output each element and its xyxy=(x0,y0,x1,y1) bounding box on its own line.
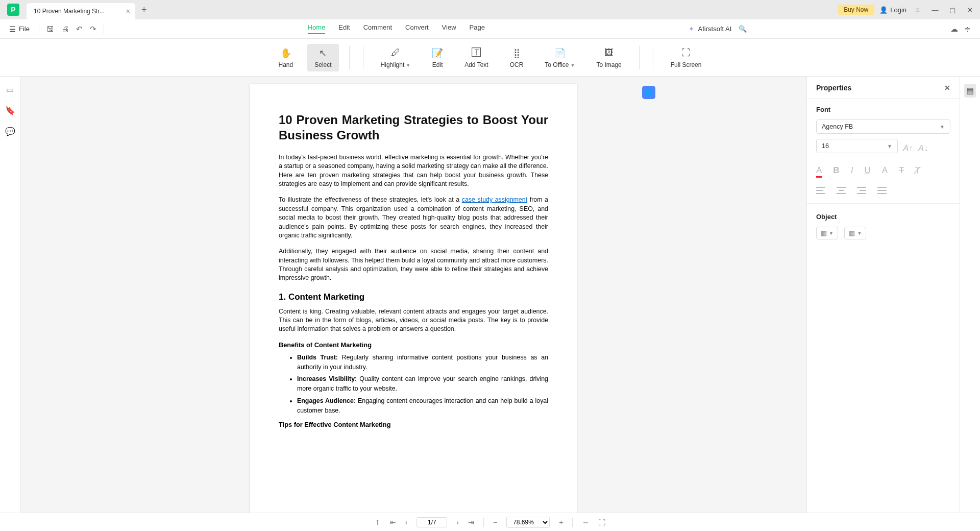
status-bar: ⤒ ⇤ ‹ › ⇥ − 78.69% + ↔ ⛶ xyxy=(0,513,980,531)
ribbon-add-text[interactable]: 🅃Add Text xyxy=(457,44,495,71)
pdf-page: 10 Proven Marketing Strategies to Boost … xyxy=(250,84,577,513)
properties-panel: Properties ✕ Font Agency FB ▼ 16 ▼ A↑ A↓… xyxy=(806,77,960,513)
search-icon[interactable]: 🔍 xyxy=(739,25,747,33)
list-item: Builds Trust: Regularly sharing informat… xyxy=(297,353,548,372)
properties-title: Properties xyxy=(816,84,851,92)
tab-comment[interactable]: Comment xyxy=(363,23,392,34)
ribbon-edit[interactable]: 📝Edit xyxy=(425,44,450,71)
title-bar: P 10 Proven Marketing Str... × + Buy Now… xyxy=(0,0,980,19)
send-backward-button[interactable]: ▦ ▼ xyxy=(844,227,866,239)
document-viewport[interactable]: 🌐 10 Proven Marketing Strategies to Boos… xyxy=(20,77,806,513)
app-logo: P xyxy=(7,4,19,16)
maximize-icon[interactable]: ▢ xyxy=(946,6,959,14)
link-case-study[interactable]: case study assignment xyxy=(462,196,527,203)
chevron-down-icon: ▼ xyxy=(887,143,892,149)
superscript-icon[interactable]: A↑ xyxy=(903,143,913,154)
doc-title: 10 Proven Marketing Strategies to Boost … xyxy=(279,112,548,143)
align-justify-icon[interactable] xyxy=(877,187,887,194)
font-size-select[interactable]: 16 ▼ xyxy=(816,139,898,153)
prev-page-icon[interactable]: ‹ xyxy=(405,518,408,526)
bold-icon[interactable]: B xyxy=(833,165,839,178)
underline-icon[interactable]: U xyxy=(864,165,870,178)
font-section-label: Font xyxy=(816,106,950,113)
print-icon[interactable]: 🖨 xyxy=(61,25,69,34)
first-page-icon[interactable]: ⤒ xyxy=(375,518,381,526)
subheading-tips: Tips for Effective Content Marketing xyxy=(279,421,548,428)
first-page-alt-icon[interactable]: ⇤ xyxy=(390,518,396,526)
tab-page[interactable]: Page xyxy=(470,23,485,34)
translate-badge[interactable]: 🌐 xyxy=(642,86,655,99)
tab-view[interactable]: View xyxy=(442,23,456,34)
cloud-icon[interactable]: ☁ xyxy=(950,25,958,34)
document-tab[interactable]: 10 Proven Marketing Str... × xyxy=(27,3,135,19)
close-window-icon[interactable]: ✕ xyxy=(964,6,976,14)
file-menu[interactable]: ☰ File xyxy=(9,25,30,33)
collapse-ribbon-icon[interactable]: ≑ xyxy=(964,25,971,34)
tab-home[interactable]: Home xyxy=(308,23,326,34)
paragraph: In today's fast-paced business world, ef… xyxy=(279,153,548,188)
align-center-icon[interactable] xyxy=(837,187,846,194)
tab-convert[interactable]: Convert xyxy=(405,23,429,34)
bring-forward-button[interactable]: ▦ ▼ xyxy=(816,227,838,239)
clear-format-icon[interactable]: T̸ xyxy=(915,165,920,178)
align-right-icon[interactable] xyxy=(857,187,866,194)
login-button[interactable]: 👤 Login xyxy=(879,6,906,14)
menu-icon: ☰ xyxy=(9,25,16,33)
undo-icon[interactable]: ↶ xyxy=(76,25,83,34)
hand-icon: ✋ xyxy=(280,47,291,59)
ribbon: ✋Hand↖Select🖊Highlight▼📝Edit🅃Add Text⣿OC… xyxy=(0,39,980,77)
comments-icon[interactable]: 💬 xyxy=(5,127,15,136)
object-section-label: Object xyxy=(816,213,950,221)
bookmarks-icon[interactable]: 🔖 xyxy=(5,106,15,115)
thumbnails-icon[interactable]: ▭ xyxy=(6,85,14,94)
right-rail: ▤ xyxy=(960,77,980,513)
redo-icon[interactable]: ↷ xyxy=(90,25,96,34)
ribbon-hand[interactable]: ✋Hand xyxy=(272,44,301,71)
properties-toggle-icon[interactable]: ▤ xyxy=(964,84,976,98)
paragraph: Additionally, they engaged with their au… xyxy=(279,247,548,282)
subheading-benefits: Benefits of Content Marketing xyxy=(279,341,548,349)
sparkle-icon: ✦ xyxy=(689,25,694,33)
italic-icon[interactable]: I xyxy=(851,165,853,178)
tab-edit[interactable]: Edit xyxy=(338,23,350,34)
ribbon-full-screen[interactable]: ⛶Full Screen xyxy=(664,44,709,71)
last-page-icon[interactable]: ⇥ xyxy=(468,518,474,526)
to-office-icon: 📄 xyxy=(554,47,566,59)
ribbon-highlight[interactable]: 🖊Highlight▼ xyxy=(374,44,418,71)
full-screen-icon: ⛶ xyxy=(681,47,691,59)
edit-icon: 📝 xyxy=(432,47,443,59)
ribbon-to-office[interactable]: 📄To Office▼ xyxy=(537,44,582,71)
close-properties-icon[interactable]: ✕ xyxy=(944,84,950,92)
zoom-out-icon[interactable]: − xyxy=(493,518,497,526)
list-item: Increases Visibility: Quality content ca… xyxy=(297,374,548,394)
next-page-icon[interactable]: › xyxy=(456,518,459,526)
menu-bar: ☰ File 🖫 🖨 ↶ ↷ HomeEditCommentConvertVie… xyxy=(0,19,980,39)
heading-content-marketing: 1. Content Marketing xyxy=(279,292,548,302)
font-family-select[interactable]: Agency FB ▼ xyxy=(816,119,950,134)
save-icon[interactable]: 🖫 xyxy=(46,25,54,34)
paragraph: Content is king. Creating valuable, rele… xyxy=(279,307,548,334)
minimize-icon[interactable]: — xyxy=(929,6,941,14)
align-left-icon[interactable] xyxy=(816,187,825,194)
bullet-list: Builds Trust: Regularly sharing informat… xyxy=(279,353,548,416)
to-image-icon: 🖼 xyxy=(604,47,614,59)
font-color-icon[interactable]: A xyxy=(816,165,822,178)
hamburger-icon[interactable]: ≡ xyxy=(912,6,924,14)
buy-now-button[interactable]: Buy Now xyxy=(838,5,874,15)
ocr-icon: ⣿ xyxy=(513,47,520,59)
list-item: Engages Audience: Engaging content encou… xyxy=(297,396,548,416)
ribbon-ocr[interactable]: ⣿OCR xyxy=(503,44,531,71)
ribbon-select[interactable]: ↖Select xyxy=(307,44,338,71)
page-number-input[interactable] xyxy=(416,517,447,527)
zoom-in-icon[interactable]: + xyxy=(559,518,563,526)
ai-button[interactable]: ✦ Afirstsoft AI 🔍 xyxy=(689,25,747,33)
ribbon-to-image[interactable]: 🖼To Image xyxy=(589,44,628,71)
close-tab-icon[interactable]: × xyxy=(126,7,130,15)
zoom-select[interactable]: 78.69% xyxy=(506,517,550,528)
highlight-icon[interactable]: A xyxy=(882,165,888,178)
new-tab-button[interactable]: + xyxy=(141,5,147,15)
fit-width-icon[interactable]: ↔ xyxy=(582,518,589,526)
subscript-icon[interactable]: A↓ xyxy=(918,143,928,154)
fit-page-icon[interactable]: ⛶ xyxy=(598,518,605,526)
strikethrough-icon[interactable]: T xyxy=(899,165,904,178)
